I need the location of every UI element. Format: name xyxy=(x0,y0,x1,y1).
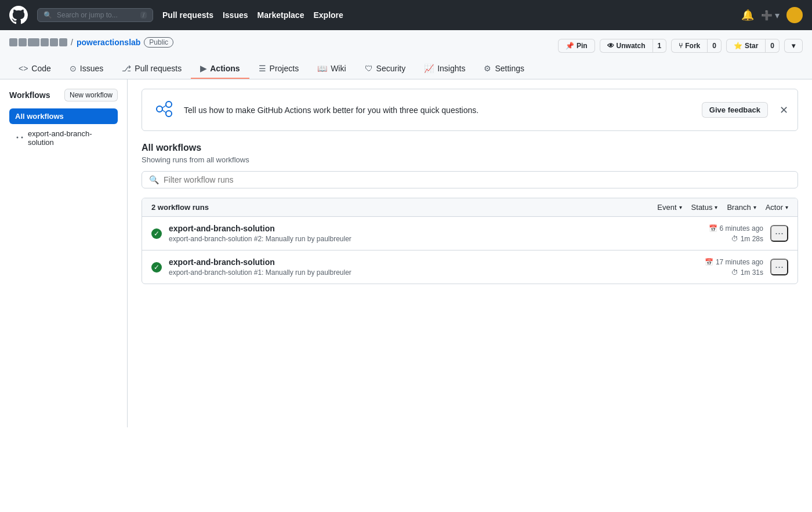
bell-icon[interactable]: 🔔 xyxy=(741,9,754,21)
watch-count[interactable]: 1 xyxy=(653,39,667,53)
user-avatar[interactable] xyxy=(786,7,803,23)
main-content: Workflows New workflow All workflows exp… xyxy=(0,79,812,427)
tab-insights[interactable]: 📈 Insights xyxy=(415,59,474,79)
sidebar-title: Workflows xyxy=(9,90,50,100)
issues-icon: ⊙ xyxy=(70,64,77,73)
nav-marketplace[interactable]: Marketplace xyxy=(258,10,304,20)
breadcrumb-sep: / xyxy=(71,38,73,47)
meta-time-2: 📅 17 minutes ago xyxy=(705,258,763,266)
actor-filter-button[interactable]: Actor ▾ xyxy=(766,203,788,212)
star-count[interactable]: 0 xyxy=(766,39,780,53)
github-logo[interactable] xyxy=(9,6,28,24)
workflow-run-name-2[interactable]: export-and-branch-solution xyxy=(169,257,675,267)
workflow-run-meta-2: 📅 17 minutes ago ⏱ 1m 31s xyxy=(682,258,763,277)
actions-content-area: Tell us how to make GitHub Actions work … xyxy=(128,79,812,427)
tab-wiki[interactable]: 📖 Wiki xyxy=(308,59,355,79)
clock-icon-1: ⏱ xyxy=(731,235,738,243)
pin-icon: 📌 xyxy=(566,42,574,50)
tab-issues[interactable]: ⊙ Issues xyxy=(60,59,113,79)
search-box[interactable]: 🔍 Search or jump to... / xyxy=(37,8,153,22)
workflow-item-icon xyxy=(15,133,24,144)
watch-button-group: 👁 Unwatch 1 xyxy=(600,39,667,53)
plus-icon[interactable]: ➕ ▾ xyxy=(761,10,780,21)
repo-header: / poweractionslab Public 📌 Pin 👁 Unwatch… xyxy=(0,30,812,79)
star-button[interactable]: ⭐ Star xyxy=(726,39,766,53)
clock-icon-2: ⏱ xyxy=(731,268,738,277)
give-feedback-button[interactable]: Give feedback xyxy=(702,102,768,118)
meta-duration-2: ⏱ 1m 31s xyxy=(731,268,763,277)
meta-time-1: 📅 6 minutes ago xyxy=(709,224,763,233)
actions-icon: ▶ xyxy=(200,64,206,73)
meta-duration-1: ⏱ 1m 28s xyxy=(731,235,763,243)
repo-name-link[interactable]: poweractionslab xyxy=(77,38,140,47)
workflow-filter-controls: Event ▾ Status ▾ Branch ▾ Actor xyxy=(657,203,788,212)
pin-button[interactable]: 📌 Pin xyxy=(558,39,595,53)
actor-chevron-icon: ▾ xyxy=(785,204,788,210)
wiki-icon: 📖 xyxy=(317,64,327,73)
filter-bar: 🔍 xyxy=(142,171,798,188)
sidebar-all-workflows[interactable]: All workflows xyxy=(9,108,118,124)
filter-input[interactable] xyxy=(164,175,791,184)
tab-projects[interactable]: ☰ Projects xyxy=(249,59,309,79)
settings-icon: ⚙ xyxy=(484,64,491,73)
fork-count[interactable]: 0 xyxy=(708,39,722,53)
event-filter-button[interactable]: Event ▾ xyxy=(657,203,682,212)
security-icon: 🛡 xyxy=(365,64,373,73)
pin-button-group: 📌 Pin xyxy=(558,39,595,53)
watch-button[interactable]: 👁 Unwatch xyxy=(600,39,653,53)
star-icon: ⭐ xyxy=(734,42,742,50)
status-filter-button[interactable]: Status ▾ xyxy=(691,203,718,212)
svg-line-6 xyxy=(162,110,166,112)
table-row: ✓ export-and-branch-solution export-and-… xyxy=(142,217,798,250)
workflow-runs-table: 2 workflow runs Event ▾ Status ▾ Branch xyxy=(142,198,798,284)
repo-path: / poweractionslab Public xyxy=(9,37,173,48)
event-chevron-icon: ▾ xyxy=(679,204,682,210)
tab-pull-requests[interactable]: ⎇ Pull requests xyxy=(113,59,191,79)
top-nav-links: Pull requests Issues Marketplace Explore xyxy=(162,10,343,20)
tab-settings[interactable]: ⚙ Settings xyxy=(474,59,534,79)
actions-feedback-icon xyxy=(151,96,177,124)
branch-filter-button[interactable]: Branch ▾ xyxy=(727,203,756,212)
sidebar-workflow-item[interactable]: export-and-branch-solution xyxy=(9,126,118,150)
close-banner-button[interactable]: ✕ xyxy=(780,104,788,117)
new-workflow-button[interactable]: New workflow xyxy=(64,89,118,101)
svg-point-4 xyxy=(166,111,172,117)
repo-owner-icon xyxy=(9,38,67,46)
status-success-icon-2: ✓ xyxy=(151,262,162,273)
workflow-run-info-1: export-and-branch-solution export-and-br… xyxy=(169,224,675,243)
run-more-button-2[interactable]: ··· xyxy=(770,259,788,275)
repo-actions-dropdown[interactable]: ▾ xyxy=(784,39,803,53)
top-nav-right: 🔔 ➕ ▾ xyxy=(741,7,803,23)
filter-search-icon: 🔍 xyxy=(149,175,159,184)
tab-security[interactable]: 🛡 Security xyxy=(356,59,415,79)
tab-actions[interactable]: ▶ Actions xyxy=(191,59,249,79)
search-placeholder: Search or jump to... xyxy=(57,11,118,19)
status-success-icon-1: ✓ xyxy=(151,228,162,239)
top-nav: 🔍 Search or jump to... / Pull requests I… xyxy=(0,0,812,30)
workflow-run-count: 2 workflow runs xyxy=(151,203,657,212)
svg-point-0 xyxy=(17,136,19,138)
pr-icon: ⎇ xyxy=(122,64,131,73)
tab-code[interactable]: <> Code xyxy=(9,59,60,79)
workflow-run-info-2: export-and-branch-solution export-and-br… xyxy=(169,257,675,277)
feedback-banner: Tell us how to make GitHub Actions work … xyxy=(142,89,798,131)
code-icon: <> xyxy=(19,64,28,73)
nav-issues[interactable]: Issues xyxy=(223,10,248,20)
all-workflows-subtitle: Showing runs from all workflows xyxy=(142,155,798,164)
workflow-run-name-1[interactable]: export-and-branch-solution xyxy=(169,224,675,233)
all-workflows-section: All workflows Showing runs from all work… xyxy=(142,143,798,284)
eye-icon: 👁 xyxy=(607,42,614,50)
run-more-button-1[interactable]: ··· xyxy=(770,225,788,242)
fork-button[interactable]: ⑂ Fork xyxy=(671,39,708,53)
workflow-run-meta-1: 📅 6 minutes ago ⏱ 1m 28s xyxy=(682,224,763,243)
workflow-run-sub-1: export-and-branch-solution #2: Manually … xyxy=(169,235,675,243)
table-row: ✓ export-and-branch-solution export-and-… xyxy=(142,250,798,284)
sidebar-header: Workflows New workflow xyxy=(9,89,118,101)
nav-pull-requests[interactable]: Pull requests xyxy=(162,10,213,20)
workflow-table-header: 2 workflow runs Event ▾ Status ▾ Branch xyxy=(142,198,798,217)
svg-line-5 xyxy=(162,106,166,108)
nav-explore[interactable]: Explore xyxy=(313,10,343,20)
actions-sidebar: Workflows New workflow All workflows exp… xyxy=(0,79,128,427)
repo-header-actions: 📌 Pin 👁 Unwatch 1 ⑂ Fork 0 xyxy=(558,39,803,53)
fork-icon: ⑂ xyxy=(679,42,683,50)
